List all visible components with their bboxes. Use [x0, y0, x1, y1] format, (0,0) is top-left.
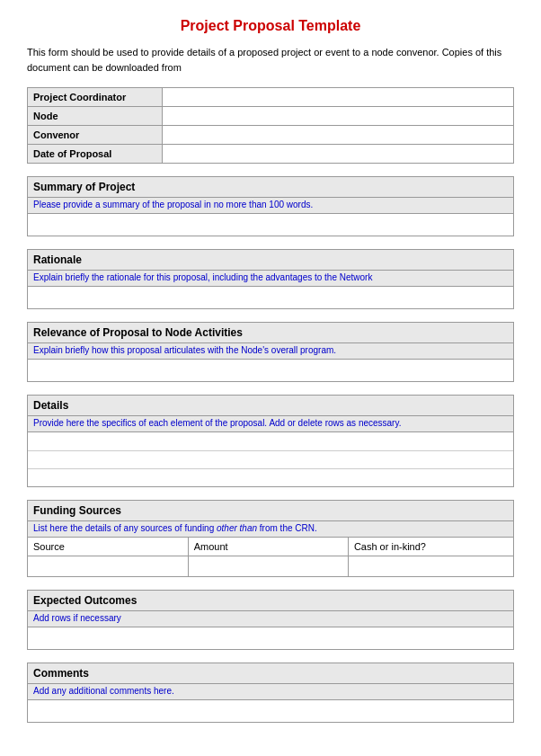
- relevance-section: Relevance of Proposal to Node Activities…: [27, 322, 514, 382]
- relevance-heading: Relevance of Proposal to Node Activities: [28, 323, 513, 343]
- funding-heading: Funding Sources: [28, 501, 513, 521]
- funding-col-amount: Amount: [188, 538, 348, 556]
- funding-section: Funding Sources List here the details of…: [27, 500, 514, 577]
- page-title: Project Proposal Template: [27, 18, 514, 34]
- rationale-section: Rationale Explain briefly the rationale …: [27, 249, 514, 309]
- funding-subtext-prefix: List here the details of any sources of …: [33, 523, 217, 533]
- details-subtext: Provide here the specifics of each eleme…: [28, 416, 513, 432]
- rationale-heading: Rationale: [28, 250, 513, 271]
- value-date[interactable]: [163, 145, 513, 163]
- value-coordinator[interactable]: [163, 88, 513, 106]
- rationale-content[interactable]: [28, 287, 513, 308]
- outcomes-subtext: Add rows if necessary: [28, 611, 513, 627]
- funding-col-cash: Cash or in-kind?: [348, 538, 513, 556]
- details-section: Details Provide here the specifics of ea…: [27, 395, 514, 487]
- details-heading: Details: [28, 396, 513, 416]
- label-coordinator: Project Coordinator: [28, 88, 163, 106]
- funding-amount-cell[interactable]: [188, 556, 348, 576]
- outcomes-content[interactable]: [28, 627, 513, 649]
- comments-content[interactable]: [28, 700, 513, 722]
- label-convenor: Convenor: [28, 126, 163, 144]
- label-node: Node: [28, 107, 163, 125]
- info-section: Project Coordinator Node Convenor Date o…: [27, 87, 514, 164]
- comments-section: Comments Add any additional comments her…: [27, 663, 514, 723]
- funding-table-row: [28, 556, 513, 576]
- funding-table-header-row: Source Amount Cash or in-kind?: [28, 538, 513, 556]
- value-convenor[interactable]: [163, 126, 513, 144]
- funding-subtext: List here the details of any sources of …: [28, 521, 513, 538]
- funding-col-source: Source: [28, 538, 188, 556]
- details-row-1[interactable]: [28, 432, 513, 450]
- value-node[interactable]: [163, 107, 513, 125]
- summary-section: Summary of Project Please provide a summ…: [27, 176, 514, 236]
- comments-heading: Comments: [28, 663, 513, 684]
- funding-subtext-suffix: from the CRN.: [257, 523, 317, 533]
- funding-subtext-italic: other than: [217, 523, 257, 533]
- outcomes-section: Expected Outcomes Add rows if necessary: [27, 590, 514, 650]
- funding-table: Source Amount Cash or in-kind?: [28, 538, 513, 576]
- details-row-3[interactable]: [28, 468, 513, 486]
- intro-text: This form should be used to provide deta…: [27, 45, 514, 75]
- rationale-subtext: Explain briefly the rationale for this p…: [28, 271, 513, 287]
- outcomes-heading: Expected Outcomes: [28, 591, 513, 611]
- summary-heading: Summary of Project: [28, 177, 513, 198]
- summary-content[interactable]: [28, 214, 513, 236]
- relevance-content[interactable]: [28, 360, 513, 381]
- label-date: Date of Proposal: [28, 145, 163, 163]
- info-row-convenor: Convenor: [28, 126, 513, 145]
- info-row-coordinator: Project Coordinator: [28, 88, 513, 107]
- info-row-date: Date of Proposal: [28, 145, 513, 163]
- funding-source-cell[interactable]: [28, 556, 188, 576]
- details-row-2[interactable]: [28, 450, 513, 468]
- summary-subtext: Please provide a summary of the proposal…: [28, 198, 513, 214]
- info-row-node: Node: [28, 107, 513, 126]
- funding-cash-cell[interactable]: [348, 556, 513, 576]
- comments-subtext: Add any additional comments here.: [28, 684, 513, 700]
- relevance-subtext: Explain briefly how this proposal articu…: [28, 343, 513, 360]
